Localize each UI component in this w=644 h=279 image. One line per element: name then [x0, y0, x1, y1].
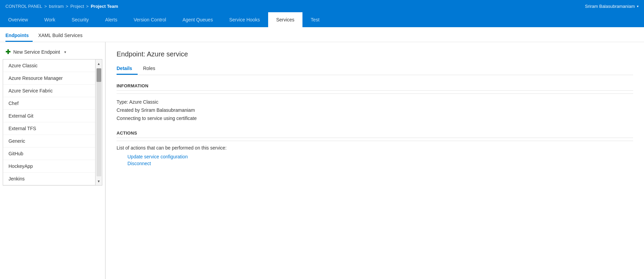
user-name: Sriram Balasubramaniam: [585, 4, 635, 9]
plus-icon: ✚: [5, 48, 11, 56]
user-chevron-icon: ▾: [637, 4, 639, 8]
nav-tab-overview[interactable]: Overview: [0, 12, 36, 27]
scroll-track: [97, 68, 101, 176]
endpoint-item-github[interactable]: GitHub: [3, 147, 95, 160]
detail-tab-roles[interactable]: Roles: [143, 64, 161, 75]
nav-tab-alerts[interactable]: Alerts: [97, 12, 125, 27]
endpoint-items-area: Azure ClassicAzure Resource ManagerAzure…: [3, 59, 95, 185]
info-line-connecting: Connecting to service using certificate: [117, 114, 633, 122]
nav-tab-test[interactable]: Test: [302, 12, 328, 27]
user-menu[interactable]: Sriram Balasubramaniam ▾: [585, 4, 639, 9]
update-service-link[interactable]: Update service configuration: [127, 153, 633, 160]
nav-tab-version-control[interactable]: Version Control: [125, 12, 174, 27]
left-panel: ✚ New Service Endpoint ▾ Azure ClassicAz…: [0, 42, 105, 279]
endpoint-item-jenkins[interactable]: Jenkins: [3, 173, 95, 185]
nav-tabs: OverviewWorkSecurityAlertsVersion Contro…: [0, 12, 644, 27]
actions-divider: [117, 141, 633, 141]
information-section: INFORMATION Type: Azure Classic Created …: [117, 83, 633, 122]
subnav-item-endpoints[interactable]: Endpoints: [5, 31, 33, 42]
breadcrumb-part1: CONTROL PANEL: [5, 4, 42, 9]
nav-tab-security[interactable]: Security: [64, 12, 97, 27]
scroll-up-button[interactable]: ▲: [95, 59, 102, 68]
endpoint-item-external-git[interactable]: External Git: [3, 110, 95, 122]
endpoint-item-external-tfs[interactable]: External TFS: [3, 122, 95, 135]
endpoint-item-chef[interactable]: Chef: [3, 97, 95, 110]
nav-tab-agent-queues[interactable]: Agent Queues: [174, 12, 221, 27]
top-bar: CONTROL PANEL > bsriram > Project > Proj…: [0, 0, 644, 12]
breadcrumb-current: Project Team: [91, 4, 118, 9]
endpoint-item-azure-service-fabric[interactable]: Azure Service Fabric: [3, 85, 95, 97]
breadcrumb-part2: bsriram: [49, 4, 64, 9]
disconnect-link[interactable]: Disconnect: [127, 160, 633, 167]
detail-tab-details[interactable]: Details: [117, 64, 138, 75]
scroll-thumb: [97, 68, 101, 82]
nav-tab-services[interactable]: Services: [268, 12, 303, 27]
breadcrumb: CONTROL PANEL > bsriram > Project > Proj…: [5, 4, 118, 9]
detail-tabs: DetailsRoles: [117, 64, 633, 75]
endpoint-list: Azure ClassicAzure Resource ManagerAzure…: [3, 59, 102, 186]
actions-description: List of actions that can be performed on…: [117, 145, 633, 151]
scroll-down-button[interactable]: ▼: [95, 177, 102, 185]
subnav-item-xaml-build[interactable]: XAML Build Services: [38, 31, 86, 42]
breadcrumb-sep2: >: [66, 4, 68, 9]
right-panel: Endpoint: Azure service DetailsRoles INF…: [106, 42, 644, 279]
actions-section: ACTIONS List of actions that can be perf…: [117, 130, 633, 167]
nav-tab-work[interactable]: Work: [36, 12, 63, 27]
endpoint-title: Endpoint: Azure service: [117, 50, 633, 58]
nav-tab-service-hooks[interactable]: Service Hooks: [221, 12, 268, 27]
actions-header: ACTIONS: [117, 130, 633, 138]
endpoint-item-hockeyapp[interactable]: HockeyApp: [3, 160, 95, 173]
breadcrumb-sep3: >: [86, 4, 89, 9]
new-endpoint-button[interactable]: ✚ New Service Endpoint ▾: [0, 45, 105, 59]
info-line-type: Type: Azure Classic: [117, 98, 633, 106]
endpoint-item-generic[interactable]: Generic: [3, 135, 95, 147]
scroll-controls: ▲ ▼: [95, 59, 102, 185]
main-split: ✚ New Service Endpoint ▾ Azure ClassicAz…: [0, 42, 644, 279]
information-divider: [117, 93, 633, 94]
sub-nav: EndpointsXAML Build Services: [0, 27, 644, 42]
dropdown-arrow-icon: ▾: [64, 50, 66, 54]
breadcrumb-part3: Project: [70, 4, 84, 9]
info-line-created: Created by Sriram Balasubramaniam: [117, 106, 633, 114]
information-header: INFORMATION: [117, 83, 633, 91]
endpoint-item-azure-resource-manager[interactable]: Azure Resource Manager: [3, 72, 95, 85]
endpoint-item-azure-classic[interactable]: Azure Classic: [3, 59, 95, 72]
breadcrumb-sep1: >: [44, 4, 47, 9]
new-endpoint-label: New Service Endpoint: [13, 49, 60, 55]
